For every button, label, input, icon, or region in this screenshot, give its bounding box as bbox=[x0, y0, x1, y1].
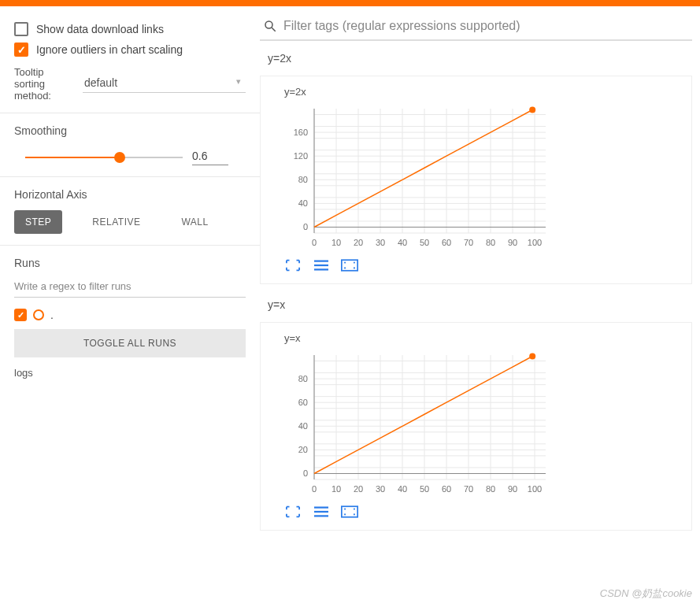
svg-text:10: 10 bbox=[331, 484, 341, 494]
horizontal-axis-label: Horizontal Axis bbox=[14, 188, 246, 201]
svg-text:40: 40 bbox=[398, 484, 407, 494]
axis-step-button[interactable]: STEP bbox=[14, 210, 62, 234]
divider bbox=[0, 245, 260, 246]
svg-text:120: 120 bbox=[294, 151, 308, 161]
svg-point-53 bbox=[354, 262, 355, 264]
ignore-outliers-checkbox[interactable] bbox=[14, 43, 28, 57]
filter-row bbox=[260, 11, 692, 41]
svg-text:40: 40 bbox=[298, 421, 308, 431]
smoothing-label: Smoothing bbox=[14, 124, 246, 137]
axis-wall-button[interactable]: WALL bbox=[170, 210, 219, 234]
svg-point-101 bbox=[529, 353, 535, 360]
divider bbox=[0, 113, 260, 113]
svg-text:10: 10 bbox=[331, 238, 341, 247]
svg-text:20: 20 bbox=[298, 445, 308, 454]
svg-text:30: 30 bbox=[376, 238, 385, 247]
runs-filter-input[interactable] bbox=[14, 276, 246, 298]
svg-text:0: 0 bbox=[312, 238, 317, 247]
chart-card-header[interactable]: y=x bbox=[260, 287, 692, 322]
svg-text:40: 40 bbox=[398, 238, 407, 247]
show-download-links-label: Show data download links bbox=[36, 23, 164, 35]
svg-point-108 bbox=[344, 513, 346, 515]
chart-card-header[interactable]: y=2x bbox=[260, 41, 692, 76]
svg-text:40: 40 bbox=[298, 198, 308, 208]
chart-plot[interactable]: 010203040506070809010004080120160 bbox=[272, 102, 555, 252]
svg-text:0: 0 bbox=[312, 484, 317, 494]
svg-point-55 bbox=[354, 267, 355, 268]
svg-text:60: 60 bbox=[442, 484, 451, 494]
run-color-swatch[interactable] bbox=[33, 309, 44, 320]
svg-point-47 bbox=[529, 107, 535, 113]
svg-text:80: 80 bbox=[486, 484, 495, 494]
svg-text:50: 50 bbox=[420, 238, 429, 247]
svg-text:100: 100 bbox=[528, 484, 542, 494]
run-name: . bbox=[50, 309, 54, 321]
svg-text:60: 60 bbox=[442, 238, 451, 247]
chart-title: y=x bbox=[272, 332, 680, 344]
svg-text:100: 100 bbox=[528, 238, 542, 247]
svg-point-54 bbox=[344, 267, 346, 268]
tooltip-sorting-select[interactable] bbox=[83, 75, 246, 93]
svg-text:70: 70 bbox=[464, 238, 473, 247]
chart-toolbar bbox=[272, 258, 680, 272]
horizontal-axis-group: STEP RELATIVE WALL bbox=[14, 210, 246, 234]
svg-text:60: 60 bbox=[298, 398, 308, 407]
expand-icon[interactable] bbox=[284, 258, 302, 272]
smoothing-slider[interactable] bbox=[25, 151, 183, 164]
runs-label: Runs bbox=[14, 257, 246, 269]
svg-text:0: 0 bbox=[303, 468, 308, 478]
svg-point-0 bbox=[265, 21, 272, 28]
search-icon bbox=[263, 19, 277, 33]
log-axis-icon[interactable] bbox=[313, 505, 330, 519]
tooltip-sorting-label: Tooltip sorting method: bbox=[14, 66, 76, 102]
chart-title: y=2x bbox=[272, 86, 680, 98]
svg-rect-105 bbox=[342, 506, 357, 517]
sidebar: Show data download links Ignore outliers… bbox=[0, 6, 260, 550]
show-download-links-checkbox[interactable] bbox=[14, 22, 28, 36]
svg-text:90: 90 bbox=[508, 238, 517, 247]
svg-point-109 bbox=[354, 513, 355, 515]
chart-plot[interactable]: 0102030405060708090100020406080 bbox=[272, 349, 555, 498]
fit-domain-icon[interactable] bbox=[341, 505, 358, 519]
svg-text:80: 80 bbox=[298, 175, 308, 184]
app-top-bar bbox=[0, 0, 700, 6]
svg-text:80: 80 bbox=[486, 238, 495, 247]
svg-text:90: 90 bbox=[508, 484, 517, 494]
divider bbox=[0, 176, 260, 177]
svg-text:20: 20 bbox=[354, 484, 363, 494]
smoothing-value-input[interactable] bbox=[192, 150, 228, 165]
expand-icon[interactable] bbox=[284, 505, 302, 519]
svg-text:50: 50 bbox=[420, 484, 429, 494]
chart-toolbar bbox=[272, 505, 680, 519]
tag-filter-input[interactable] bbox=[283, 19, 689, 33]
svg-text:160: 160 bbox=[294, 128, 308, 137]
run-row: . bbox=[14, 309, 246, 321]
fit-domain-icon[interactable] bbox=[341, 258, 358, 272]
axis-relative-button[interactable]: RELATIVE bbox=[81, 210, 151, 234]
svg-point-106 bbox=[344, 509, 346, 510]
log-axis-icon[interactable] bbox=[313, 258, 330, 272]
svg-point-107 bbox=[354, 509, 355, 510]
run-checkbox[interactable] bbox=[14, 309, 27, 321]
chart-card: y=x 0102030405060708090100020406080 bbox=[260, 322, 692, 531]
svg-point-52 bbox=[344, 262, 346, 264]
logs-label: logs bbox=[14, 367, 246, 379]
ignore-outliers-label: Ignore outliers in chart scaling bbox=[36, 43, 183, 56]
svg-line-1 bbox=[272, 28, 276, 31]
chart-card: y=2x 010203040506070809010004080120160 bbox=[260, 76, 692, 284]
svg-text:70: 70 bbox=[464, 484, 473, 494]
toggle-all-runs-button[interactable]: TOGGLE ALL RUNS bbox=[14, 329, 246, 357]
svg-rect-51 bbox=[342, 260, 357, 271]
svg-text:80: 80 bbox=[298, 374, 308, 383]
content-area: y=2x y=2x 010203040506070809010004080120… bbox=[260, 6, 700, 550]
svg-text:0: 0 bbox=[303, 222, 308, 231]
svg-text:30: 30 bbox=[376, 484, 385, 494]
svg-text:20: 20 bbox=[354, 238, 363, 247]
